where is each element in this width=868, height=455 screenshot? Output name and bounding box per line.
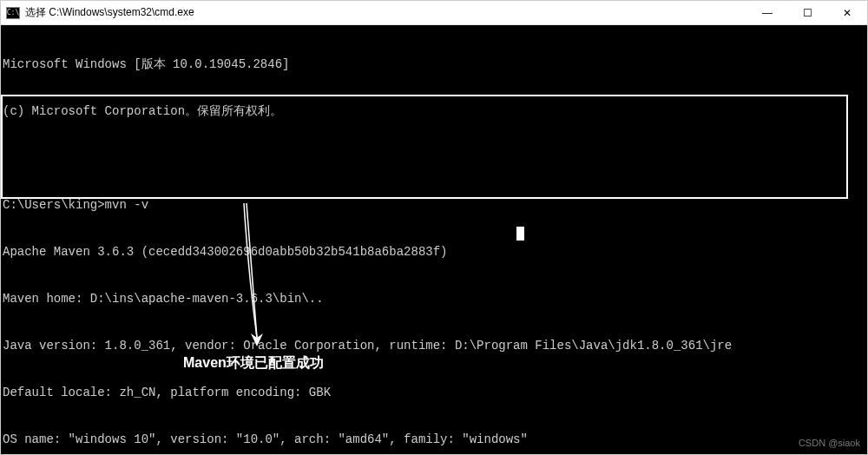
- terminal-line: (c) Microsoft Corporation。保留所有权利。: [1, 103, 867, 119]
- terminal-line: Apache Maven 3.6.3 (cecedd343002696d0abb…: [1, 244, 867, 260]
- window-title: 选择 C:\Windows\system32\cmd.exe: [25, 5, 747, 20]
- cmd-icon: C:\: [6, 7, 20, 19]
- annotation-text: Maven环境已配置成功: [183, 355, 324, 371]
- terminal-area[interactable]: Microsoft Windows [版本 10.0.19045.2846] (…: [1, 25, 867, 454]
- close-button[interactable]: ✕: [827, 1, 867, 24]
- annotation-arrow: [240, 203, 274, 346]
- terminal-line: Java version: 1.8.0_361, vendor: Oracle …: [1, 338, 867, 353]
- terminal-line: OS name: "windows 10", version: "10.0", …: [1, 432, 867, 447]
- cmd-window: C:\ 选择 C:\Windows\system32\cmd.exe — ☐ ✕…: [0, 0, 868, 455]
- watermark: CSDN @siaok: [799, 435, 860, 451]
- terminal-line: C:\Users\king>mvn -v: [1, 197, 867, 213]
- maximize-button[interactable]: ☐: [787, 1, 827, 24]
- terminal-cursor: [516, 227, 524, 241]
- terminal-line: Maven home: D:\ins\apache-maven-3.6.3\bi…: [1, 291, 867, 307]
- terminal-line: Default locale: zh_CN, platform encoding…: [1, 385, 867, 400]
- titlebar[interactable]: C:\ 选择 C:\Windows\system32\cmd.exe — ☐ ✕: [1, 1, 867, 25]
- window-controls: — ☐ ✕: [747, 1, 867, 24]
- terminal-line: Microsoft Windows [版本 10.0.19045.2846]: [1, 56, 867, 72]
- minimize-button[interactable]: —: [747, 1, 787, 24]
- terminal-blank: [1, 150, 867, 166]
